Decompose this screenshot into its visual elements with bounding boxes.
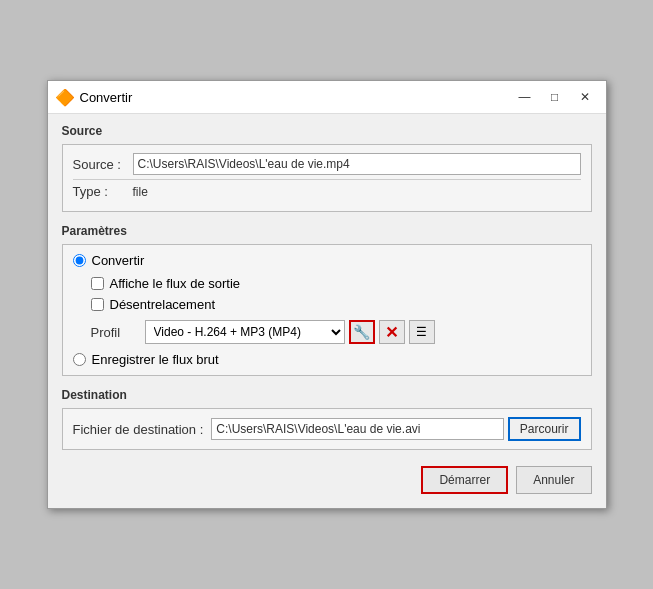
new-profile-button[interactable]: ☰: [409, 320, 435, 344]
parametres-section: Convertir Affiche le flux de sortie Dése…: [62, 244, 592, 376]
delete-profile-button[interactable]: ✕: [379, 320, 405, 344]
convertir-radio[interactable]: [73, 254, 86, 267]
desentrelacement-checkbox[interactable]: [91, 298, 104, 311]
vlc-icon: 🔶: [56, 88, 74, 106]
enreg-radio-row: Enregistrer le flux brut: [73, 352, 581, 367]
title-bar-left: 🔶 Convertir: [56, 88, 133, 106]
type-label: Type :: [73, 184, 133, 199]
start-button[interactable]: Démarrer: [421, 466, 508, 494]
type-value: file: [133, 185, 148, 199]
window-title: Convertir: [80, 90, 133, 105]
profil-select[interactable]: Video - H.264 + MP3 (MP4) Video - H.265 …: [145, 320, 345, 344]
profil-label: Profil: [91, 325, 141, 340]
affiche-checkbox-row: Affiche le flux de sortie: [91, 276, 581, 291]
source-input[interactable]: [133, 153, 581, 175]
minimize-button[interactable]: —: [512, 87, 538, 107]
title-bar: 🔶 Convertir — □ ✕: [48, 81, 606, 114]
destination-section-title: Destination: [62, 388, 592, 402]
profil-row: Profil Video - H.264 + MP3 (MP4) Video -…: [91, 320, 581, 344]
affiche-label: Affiche le flux de sortie: [110, 276, 241, 291]
source-section-title: Source: [62, 124, 592, 138]
dest-row: Fichier de destination : Parcourir: [73, 417, 581, 441]
footer-row: Démarrer Annuler: [62, 464, 592, 494]
source-label: Source :: [73, 157, 133, 172]
window-body: Source Source : Type : file Paramètres C…: [48, 114, 606, 508]
affiche-checkbox[interactable]: [91, 277, 104, 290]
source-row: Source :: [73, 153, 581, 175]
cancel-button[interactable]: Annuler: [516, 466, 591, 494]
desentrelacement-label: Désentrelacement: [110, 297, 216, 312]
dest-input[interactable]: [211, 418, 504, 440]
maximize-button[interactable]: □: [542, 87, 568, 107]
title-bar-buttons: — □ ✕: [512, 87, 598, 107]
convertir-label: Convertir: [92, 253, 145, 268]
parametres-section-title: Paramètres: [62, 224, 592, 238]
main-window: 🔶 Convertir — □ ✕ Source Source : Type :…: [47, 80, 607, 509]
close-button[interactable]: ✕: [572, 87, 598, 107]
destination-section: Fichier de destination : Parcourir: [62, 408, 592, 450]
wrench-button[interactable]: 🔧: [349, 320, 375, 344]
parcourir-button[interactable]: Parcourir: [508, 417, 581, 441]
convertir-radio-row: Convertir: [73, 253, 581, 268]
fichier-label: Fichier de destination :: [73, 422, 204, 437]
desentrelacement-checkbox-row: Désentrelacement: [91, 297, 581, 312]
source-section: Source : Type : file: [62, 144, 592, 212]
enreg-label: Enregistrer le flux brut: [92, 352, 219, 367]
type-row: Type : file: [73, 184, 581, 199]
enreg-radio[interactable]: [73, 353, 86, 366]
